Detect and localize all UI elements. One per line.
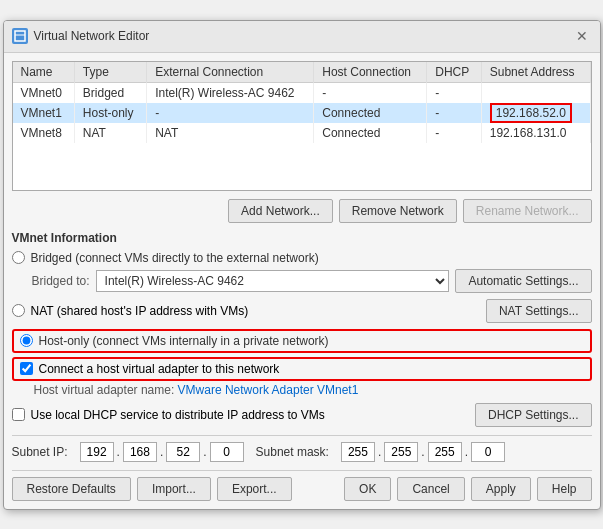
- cell-dhcp: -: [427, 103, 482, 123]
- col-header-dhcp: DHCP: [427, 62, 482, 83]
- col-header-type: Type: [74, 62, 146, 83]
- footer-row: Restore Defaults Import... Export... OK …: [12, 470, 592, 501]
- network-table-container: Name Type External Connection Host Conne…: [12, 61, 592, 191]
- virtual-network-editor-window: Virtual Network Editor ✕ Name Type Exter…: [3, 20, 601, 510]
- ok-button[interactable]: OK: [344, 477, 391, 501]
- bridged-to-select[interactable]: Intel(R) Wireless-AC 9462: [96, 270, 450, 292]
- cell-type: NAT: [74, 123, 146, 143]
- window-title: Virtual Network Editor: [34, 29, 150, 43]
- nat-radio-label[interactable]: NAT (shared host's IP address with VMs): [31, 304, 249, 318]
- cancel-button[interactable]: Cancel: [397, 477, 464, 501]
- connect-adapter-checkbox[interactable]: [20, 362, 33, 375]
- host-only-radio-container: Host-only (connect VMs internally in a p…: [12, 329, 592, 353]
- vmnet-info-title: VMnet Information: [12, 231, 592, 245]
- table-header-row: Name Type External Connection Host Conne…: [13, 62, 591, 83]
- adapter-name-row: Host virtual adapter name: VMware Networ…: [34, 383, 592, 397]
- col-header-name: Name: [13, 62, 75, 83]
- cell-external: Intel(R) Wireless-AC 9462: [147, 82, 314, 103]
- help-button[interactable]: Help: [537, 477, 592, 501]
- bridged-radio-row: Bridged (connect VMs directly to the ext…: [12, 251, 592, 265]
- cell-host: Connected: [314, 123, 427, 143]
- automatic-settings-button[interactable]: Automatic Settings...: [455, 269, 591, 293]
- cell-name: VMnet1: [13, 103, 75, 123]
- app-icon: [12, 28, 28, 44]
- nat-radio[interactable]: [12, 304, 25, 317]
- remove-network-button[interactable]: Remove Network: [339, 199, 457, 223]
- bridged-to-row: Bridged to: Intel(R) Wireless-AC 9462 Au…: [32, 269, 592, 293]
- cell-subnet: 192.168.52.0: [481, 103, 590, 123]
- bridged-to-label: Bridged to:: [32, 274, 90, 288]
- table-row[interactable]: VMnet8 NAT NAT Connected - 192.168.131.0: [13, 123, 591, 143]
- adapter-name-value: VMware Network Adapter VMnet1: [178, 383, 359, 397]
- restore-defaults-button[interactable]: Restore Defaults: [12, 477, 131, 501]
- nat-settings-button[interactable]: NAT Settings...: [486, 299, 592, 323]
- vmnet-info-section: VMnet Information Bridged (connect VMs d…: [12, 231, 592, 462]
- close-button[interactable]: ✕: [572, 26, 592, 46]
- footer-right-buttons: OK Cancel Apply Help: [344, 477, 591, 501]
- network-table: Name Type External Connection Host Conne…: [13, 62, 591, 143]
- cell-type: Host-only: [74, 103, 146, 123]
- subnet-ip-2[interactable]: [123, 442, 157, 462]
- cell-name: VMnet8: [13, 123, 75, 143]
- dhcp-checkbox[interactable]: [12, 408, 25, 421]
- footer-left-buttons: Restore Defaults Import... Export...: [12, 477, 292, 501]
- subnet-mask-inputs: . . .: [341, 442, 505, 462]
- col-header-subnet: Subnet Address: [481, 62, 590, 83]
- col-header-external: External Connection: [147, 62, 314, 83]
- cell-external: -: [147, 103, 314, 123]
- cell-dhcp: -: [427, 82, 482, 103]
- subnet-mask-4[interactable]: [471, 442, 505, 462]
- subnet-row: Subnet IP: . . . Subnet mask: . .: [12, 442, 592, 462]
- title-bar: Virtual Network Editor ✕: [4, 21, 600, 53]
- subnet-mask-2[interactable]: [384, 442, 418, 462]
- host-only-radio-row: Host-only (connect VMs internally in a p…: [20, 334, 584, 348]
- cell-subnet: [481, 82, 590, 103]
- subnet-mask-3[interactable]: [428, 442, 462, 462]
- export-button[interactable]: Export...: [217, 477, 292, 501]
- table-row[interactable]: VMnet1 Host-only - Connected - 192.168.5…: [13, 103, 591, 123]
- host-only-radio-label[interactable]: Host-only (connect VMs internally in a p…: [39, 334, 329, 348]
- nat-radio-row: NAT (shared host's IP address with VMs) …: [12, 299, 592, 323]
- host-only-radio[interactable]: [20, 334, 33, 347]
- dhcp-row: Use local DHCP service to distribute IP …: [12, 403, 592, 427]
- dhcp-settings-button[interactable]: DHCP Settings...: [475, 403, 591, 427]
- subnet-ip-1[interactable]: [80, 442, 114, 462]
- cell-host: Connected: [314, 103, 427, 123]
- subnet-mask-1[interactable]: [341, 442, 375, 462]
- cell-subnet: 192.168.131.0: [481, 123, 590, 143]
- connect-adapter-checkbox-row: Connect a host virtual adapter to this n…: [12, 357, 592, 381]
- bridged-radio-label[interactable]: Bridged (connect VMs directly to the ext…: [31, 251, 319, 265]
- apply-button[interactable]: Apply: [471, 477, 531, 501]
- table-row[interactable]: VMnet0 Bridged Intel(R) Wireless-AC 9462…: [13, 82, 591, 103]
- subnet-ip-inputs: . . .: [80, 442, 244, 462]
- import-button[interactable]: Import...: [137, 477, 211, 501]
- col-header-host: Host Connection: [314, 62, 427, 83]
- dhcp-label[interactable]: Use local DHCP service to distribute IP …: [31, 408, 325, 422]
- bridged-radio[interactable]: [12, 251, 25, 264]
- rename-network-button[interactable]: Rename Network...: [463, 199, 592, 223]
- cell-host: -: [314, 82, 427, 103]
- add-network-button[interactable]: Add Network...: [228, 199, 333, 223]
- subnet-ip-4[interactable]: [210, 442, 244, 462]
- adapter-name-prefix: Host virtual adapter name:: [34, 383, 178, 397]
- svg-rect-0: [15, 31, 25, 41]
- network-buttons-row: Add Network... Remove Network Rename Net…: [12, 199, 592, 223]
- connect-adapter-label[interactable]: Connect a host virtual adapter to this n…: [39, 362, 280, 376]
- cell-type: Bridged: [74, 82, 146, 103]
- separator: [12, 435, 592, 436]
- subnet-ip-3[interactable]: [166, 442, 200, 462]
- cell-external: NAT: [147, 123, 314, 143]
- subnet-ip-label: Subnet IP:: [12, 445, 68, 459]
- cell-dhcp: -: [427, 123, 482, 143]
- subnet-mask-label: Subnet mask:: [256, 445, 329, 459]
- cell-name: VMnet0: [13, 82, 75, 103]
